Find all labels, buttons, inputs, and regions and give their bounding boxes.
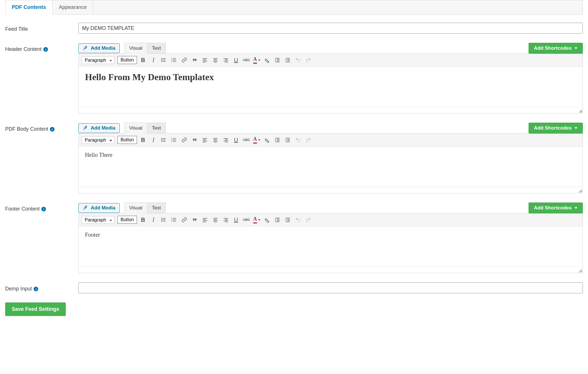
svg-rect-74 xyxy=(173,218,176,219)
indent-icon[interactable] xyxy=(285,217,291,223)
bullet-list-icon[interactable] xyxy=(160,57,167,63)
svg-point-34 xyxy=(161,138,162,139)
redo-icon[interactable] xyxy=(305,137,312,143)
header-content-editor[interactable]: Hello From My Demo Templatex xyxy=(79,67,583,107)
format-select[interactable]: Paragraph xyxy=(82,136,115,144)
bold-icon[interactable]: B xyxy=(140,57,146,63)
svg-rect-25 xyxy=(275,58,280,59)
add-shortcodes-button[interactable]: Add Shortcodes xyxy=(529,43,583,54)
underline-icon[interactable]: U xyxy=(233,57,239,63)
outdent-icon[interactable] xyxy=(274,57,281,63)
editor-tab-text[interactable]: Text xyxy=(147,203,166,213)
svg-rect-60 xyxy=(277,140,280,141)
link-icon[interactable] xyxy=(181,57,187,63)
bold-icon[interactable]: B xyxy=(140,137,146,143)
info-icon[interactable]: i xyxy=(43,47,48,52)
media-icon xyxy=(83,205,88,211)
clear-format-icon[interactable] xyxy=(264,217,270,223)
outdent-icon[interactable] xyxy=(274,217,281,223)
format-select[interactable]: Paragraph xyxy=(82,216,115,224)
footer-content-editor[interactable]: Footer xyxy=(79,226,583,267)
resize-grip-icon[interactable] xyxy=(579,269,582,272)
underline-icon[interactable]: U xyxy=(233,137,239,143)
svg-point-36 xyxy=(161,139,162,140)
text-color-icon[interactable]: A xyxy=(254,57,260,63)
underline-icon[interactable]: U xyxy=(233,217,239,223)
indent-icon[interactable] xyxy=(285,57,291,63)
info-icon[interactable]: i xyxy=(41,207,46,211)
italic-icon[interactable]: I xyxy=(150,217,156,223)
italic-icon[interactable]: I xyxy=(150,137,156,143)
align-center-icon[interactable] xyxy=(212,57,218,63)
svg-rect-55 xyxy=(225,139,228,140)
feed-title-input[interactable] xyxy=(78,23,583,34)
text-color-icon[interactable]: A xyxy=(254,217,260,223)
bullet-list-icon[interactable] xyxy=(160,217,167,223)
align-left-icon[interactable] xyxy=(202,57,208,63)
quote-icon[interactable] xyxy=(192,137,198,143)
quote-icon[interactable] xyxy=(192,217,198,223)
info-icon[interactable]: i xyxy=(50,127,55,132)
editor-tab-visual[interactable]: Visual xyxy=(124,123,147,134)
bold-icon[interactable]: B xyxy=(140,217,146,223)
bullet-list-icon[interactable] xyxy=(160,137,167,143)
svg-point-67 xyxy=(161,218,162,219)
tab-appearance[interactable]: Appearance xyxy=(53,0,93,14)
resize-grip-icon[interactable] xyxy=(579,189,582,192)
button-insert[interactable]: Button xyxy=(117,56,137,64)
info-icon[interactable]: i xyxy=(34,287,38,291)
body-content-editor[interactable]: Hello There xyxy=(79,146,583,187)
svg-rect-21 xyxy=(224,58,228,59)
number-list-icon[interactable]: 123 xyxy=(171,137,177,143)
redo-icon[interactable] xyxy=(305,57,312,63)
add-shortcodes-button[interactable]: Add Shortcodes xyxy=(529,203,583,213)
undo-icon[interactable] xyxy=(295,137,301,143)
outdent-icon[interactable] xyxy=(274,137,281,143)
indent-icon[interactable] xyxy=(285,137,291,143)
add-media-button[interactable]: Add Media xyxy=(78,123,120,133)
tab-pdf-contents[interactable]: PDF Contents xyxy=(5,0,53,15)
align-center-icon[interactable] xyxy=(212,217,218,223)
button-insert[interactable]: Button xyxy=(117,216,137,224)
number-list-icon[interactable]: 123 xyxy=(171,217,177,223)
resize-grip-icon[interactable] xyxy=(579,109,582,113)
italic-icon[interactable]: I xyxy=(150,57,156,63)
align-right-icon[interactable] xyxy=(223,57,229,63)
align-left-icon[interactable] xyxy=(202,137,208,143)
quote-icon[interactable] xyxy=(192,57,198,63)
clear-format-icon[interactable] xyxy=(264,57,270,63)
align-right-icon[interactable] xyxy=(223,217,229,223)
svg-rect-24 xyxy=(225,62,228,63)
demp-input[interactable] xyxy=(78,282,583,293)
editor-tab-text[interactable]: Text xyxy=(147,123,166,134)
save-feed-settings-button[interactable]: Save Feed Settings xyxy=(5,302,66,316)
svg-rect-72 xyxy=(163,221,166,221)
strikethrough-icon[interactable]: ABC xyxy=(243,57,249,63)
strikethrough-icon[interactable]: ABC xyxy=(243,217,249,223)
align-center-icon[interactable] xyxy=(212,137,218,143)
editor-tab-text[interactable]: Text xyxy=(147,43,166,54)
link-icon[interactable] xyxy=(181,137,187,143)
svg-rect-86 xyxy=(214,222,217,222)
svg-text:3: 3 xyxy=(171,140,173,142)
number-list-icon[interactable]: 123 xyxy=(171,57,177,63)
align-right-icon[interactable] xyxy=(223,137,229,143)
add-media-button[interactable]: Add Media xyxy=(78,203,120,213)
undo-icon[interactable] xyxy=(295,217,301,223)
strikethrough-icon[interactable]: ABC xyxy=(243,137,249,143)
editor-tab-visual[interactable]: Visual xyxy=(124,43,147,54)
link-icon[interactable] xyxy=(181,217,187,223)
text-color-icon[interactable]: A xyxy=(254,137,260,143)
svg-rect-65 xyxy=(286,142,290,142)
format-select[interactable]: Paragraph xyxy=(82,56,115,64)
add-shortcodes-button[interactable]: Add Shortcodes xyxy=(529,123,583,134)
editor-tab-visual[interactable]: Visual xyxy=(124,203,147,213)
align-left-icon[interactable] xyxy=(202,217,208,223)
svg-rect-41 xyxy=(173,138,176,139)
redo-icon[interactable] xyxy=(305,217,312,223)
svg-rect-63 xyxy=(287,139,290,140)
clear-format-icon[interactable] xyxy=(264,137,270,143)
undo-icon[interactable] xyxy=(295,57,301,63)
button-insert[interactable]: Button xyxy=(117,136,137,144)
add-media-button[interactable]: Add Media xyxy=(78,43,120,53)
